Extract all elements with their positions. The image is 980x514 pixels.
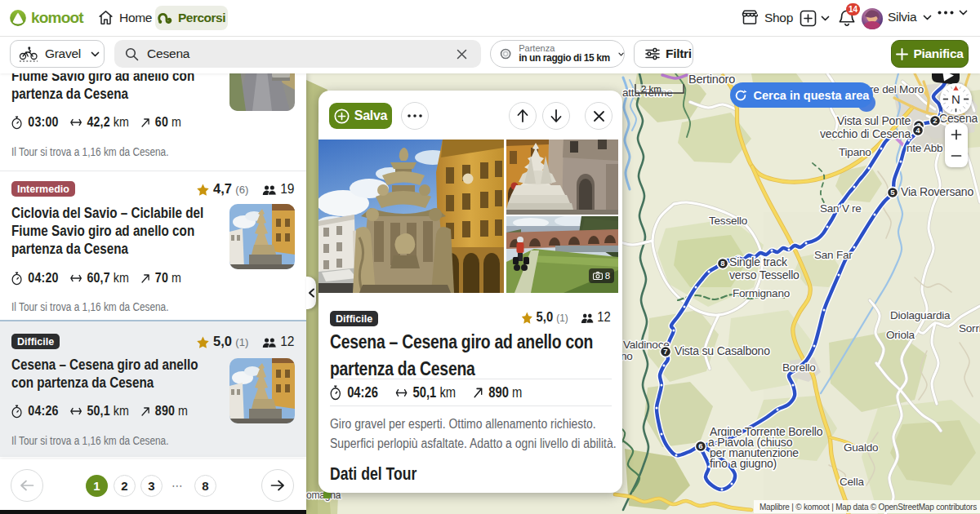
svg-text:Tessello: Tessello [709,215,747,227]
svg-text:Borello: Borello [782,361,816,374]
svg-text:8: 8 [720,259,724,268]
svg-text:2: 2 [933,116,937,125]
svg-text:4: 4 [915,126,920,135]
svg-text:no: no [621,350,633,362]
svg-text:Tipano: Tipano [839,146,871,158]
svg-text:Sorrivo: Sorrivo [959,322,980,335]
svg-text:San Far: San Far [814,249,853,261]
svg-text:Formignano: Formignano [733,287,790,299]
svg-text:6: 6 [698,441,702,450]
svg-text:Cella: Cella [840,476,864,488]
svg-text:re: re [852,202,862,215]
svg-text:5: 5 [890,188,895,197]
svg-text:San V: San V [820,202,849,215]
svg-text:Vista sul Ponte: Vista sul Ponte [837,114,911,127]
svg-text:Oriola: Oriola [886,329,915,341]
svg-text:Diolaguardia: Diolaguardia [890,309,951,321]
svg-text:Bertinoro: Bertinoro [688,73,735,86]
svg-text:re del Moro: re del Moro [870,83,924,95]
svg-text:vecchio di Cesena: vecchio di Cesena [820,127,911,140]
svg-text:Single track: Single track [729,255,788,268]
svg-text:7: 7 [663,347,667,356]
svg-text:Via Roversano: Via Roversano [901,185,973,198]
svg-text:nte Abb: nte Abb [906,142,942,154]
svg-text:verso Tessello: verso Tessello [729,268,800,281]
svg-text:Vista su Casalbono: Vista su Casalbono [675,344,770,357]
svg-text:N: N [951,92,960,106]
svg-text:fino a giugno): fino a giugno) [710,457,777,470]
svg-text:2 km: 2 km [641,84,662,94]
svg-text:Gualdo: Gualdo [844,441,878,454]
